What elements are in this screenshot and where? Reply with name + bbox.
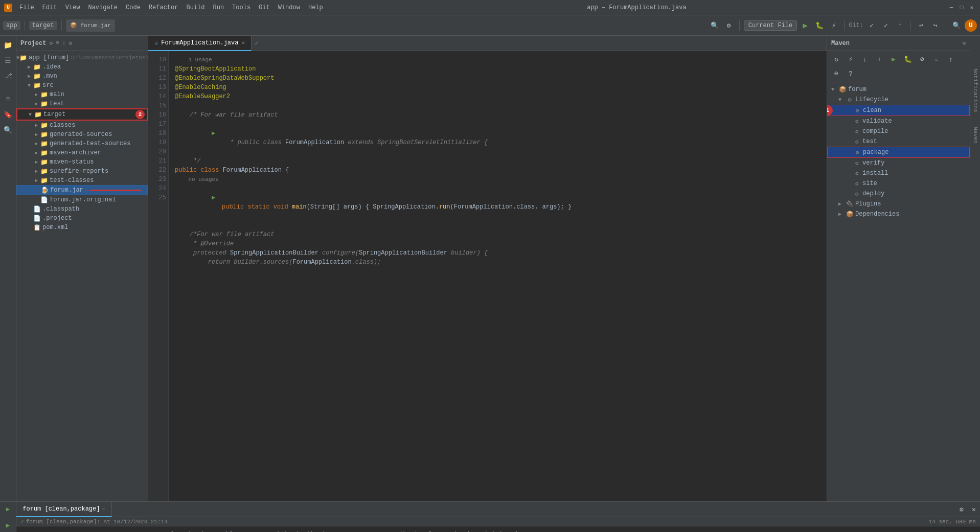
tree-item-surefire[interactable]: ▶ 📁 surefire-reports [16,167,148,176]
maven-item-dependencies[interactable]: ▶ 📦 Dependencies [827,209,970,219]
pull-requests-icon[interactable]: ⎇ [1,68,15,83]
git-commit-btn[interactable]: ✓ [880,19,892,32]
maven-item-compile[interactable]: ⚙ compile [827,126,970,136]
forum-jar-indicator[interactable]: 📦 forum.jar [66,19,115,32]
run-again-btn[interactable]: ▶ [2,519,14,531]
maven-item-verify[interactable]: ⚙ verify [827,158,970,168]
app-selector[interactable]: app [3,21,20,30]
maven-generate-btn[interactable]: ⚡ [845,53,857,65]
filter-btn[interactable]: ↕ [61,39,67,48]
maven-filter-btn[interactable]: ↕ [945,53,957,65]
tree-item-gen-test-src[interactable]: ▶ 📁 generated-test-sources [16,139,148,148]
tree-item-classes[interactable]: ▶ 📁 classes [16,121,148,130]
profile-btn[interactable]: ⚡ [828,19,840,32]
maven-debug-btn[interactable]: 🐛 [902,53,914,65]
target-selector[interactable]: target [29,21,57,30]
maven-item-site[interactable]: ⚙ site [827,178,970,189]
tree-item-classpath[interactable]: 📄 .classpath [16,204,148,214]
menu-refactor[interactable]: Refactor [146,3,181,12]
find-btn[interactable]: 🔍 [950,19,963,32]
structure-icon[interactable]: ≡ [1,92,15,106]
collapse-all-btn[interactable]: ⚙ [48,39,54,48]
menu-view[interactable]: View [62,3,83,12]
user-avatar-btn[interactable]: U [965,19,977,32]
tree-item-mvn[interactable]: ▶ 📁 .mvn [16,72,148,81]
maximize-button[interactable]: □ [958,4,966,12]
maven-skip-tests-btn[interactable]: ⊘ [916,53,928,65]
maven-item-lifecycle[interactable]: ▼ ⚙ Lifecycle [827,95,970,105]
git-update-btn[interactable]: ✓ [865,19,878,32]
project-icon[interactable]: 📁 [1,38,15,52]
bottom-close-btn[interactable]: ✕ [968,503,980,516]
run-tab-close[interactable]: ✕ [102,506,105,512]
run-tab[interactable]: forum [clean,package] ✕ [16,502,111,517]
tree-item-gen-src[interactable]: ▶ 📁 generated-sources [16,130,148,139]
redo-btn[interactable]: ↪ [929,19,942,32]
debug-btn[interactable]: 🐛 [813,19,826,32]
menu-window[interactable]: Window [275,3,303,12]
maven-collapse-btn[interactable]: ⊖ [830,67,842,80]
menu-tools[interactable]: Tools [229,3,254,12]
tree-item-forum-jar-original[interactable]: 📄 forum.jar.original [16,195,148,204]
search-everywhere-btn[interactable]: 🔍 [709,19,721,32]
tree-item-target[interactable]: ▼ 📁 target 2 [16,108,148,121]
tree-item-test-classes[interactable]: ▶ 📁 test-classes [16,176,148,185]
run-btn[interactable]: ▶ [799,19,811,32]
maven-item-test[interactable]: ⚙ test [827,136,970,147]
settings-btn[interactable]: ⚙ [67,39,73,48]
tree-item-project[interactable]: 📄 .project [16,214,148,223]
maven-toolbar: ↻ ⚡ ↓ + ▶ 🐛 ⊘ ≡ ↕ ⊖ ? [827,51,970,82]
menu-build[interactable]: Build [183,3,208,12]
maven-item-forum[interactable]: ▼ 📦 forum [827,84,970,95]
run-tab-icon-btn[interactable]: ▶ [0,502,16,517]
editor-tab-forum-application[interactable]: ☕ ForumApplication.java ✕ [148,36,252,51]
maven-item-install[interactable]: ⚙ install [827,168,970,178]
bottom-settings-btn[interactable]: ⚙ [955,503,968,516]
menu-git[interactable]: Git [256,3,273,12]
undo-btn[interactable]: ↩ [915,19,927,32]
maven-help-btn[interactable]: ? [845,67,857,80]
tree-item-maven-status[interactable]: ▶ 📁 maven-status [16,157,148,167]
maven-item-clean[interactable]: ⚙ clean 1 [827,105,970,116]
tree-item-main[interactable]: ▶ 📁 main [16,90,148,99]
menu-help[interactable]: Help [305,3,326,12]
maven-vertical-label[interactable]: Maven [970,125,981,146]
commit-icon[interactable]: ☰ [1,53,15,67]
close-button[interactable]: ✕ [968,4,976,12]
menu-code[interactable]: Code [123,3,144,12]
menu-run[interactable]: Run [210,3,227,12]
tree-item-pom[interactable]: 📋 pom.xml [16,223,148,232]
maven-profiles-btn[interactable]: ≡ [930,53,943,65]
git-push-btn[interactable]: ↑ [894,19,906,32]
tree-item-idea[interactable]: ▶ 📁 .idea [16,62,148,72]
tree-root[interactable]: ▼ 📁 app [forum] D:\Documentos\Projetos\c… [16,53,148,62]
maven-item-validate[interactable]: ⚙ validate [827,116,970,126]
maven-refresh-btn[interactable]: ↻ [830,53,842,65]
code-editor[interactable]: 1011121314 1516171819 2021222324 25 1 us… [148,51,827,501]
maven-settings-btn[interactable]: ⚙ [962,40,966,47]
tree-item-test[interactable]: ▶ 📁 test [16,99,148,108]
search-icon[interactable]: 🔍 [1,123,15,137]
maven-add-btn[interactable]: + [873,53,885,65]
gear-btn[interactable]: ≡ [55,39,60,48]
minimize-button[interactable]: ─ [947,4,955,12]
notifications-label[interactable]: Notifications [970,66,981,114]
maven-item-package[interactable]: ⚙ package [827,147,970,158]
maven-item-deploy[interactable]: ⚙ deploy [827,189,970,199]
menu-edit[interactable]: Edit [39,3,60,12]
maven-download-btn[interactable]: ↓ [859,53,871,65]
current-file-dropdown[interactable]: Current File [744,20,797,31]
toolbar-btn-1[interactable]: ⚙ [723,19,735,32]
run-output[interactable]: 2023-12-18 21:14:06.241 INFO 21664 --- [… [16,526,980,532]
maven-item-plugins[interactable]: ▶ 🔌 Plugins [827,199,970,209]
maven-run-btn[interactable]: ▶ [887,53,900,65]
tab-close-btn[interactable]: ✕ [241,39,245,46]
tree-item-maven-archiver[interactable]: ▶ 📁 maven-archiver [16,148,148,157]
build-duration: 14 sec, 680 ms [929,519,976,525]
code-content[interactable]: 1 usage @SpringBootApplication @EnableSp… [169,51,827,501]
menu-file[interactable]: File [16,3,37,12]
menu-navigate[interactable]: Navigate [85,3,121,12]
tree-item-src[interactable]: ▼ 📁 src [16,81,148,90]
bookmarks-icon[interactable]: 🔖 [1,107,15,122]
tree-item-forum-jar[interactable]: 🍺 forum.jar ← [16,185,148,195]
